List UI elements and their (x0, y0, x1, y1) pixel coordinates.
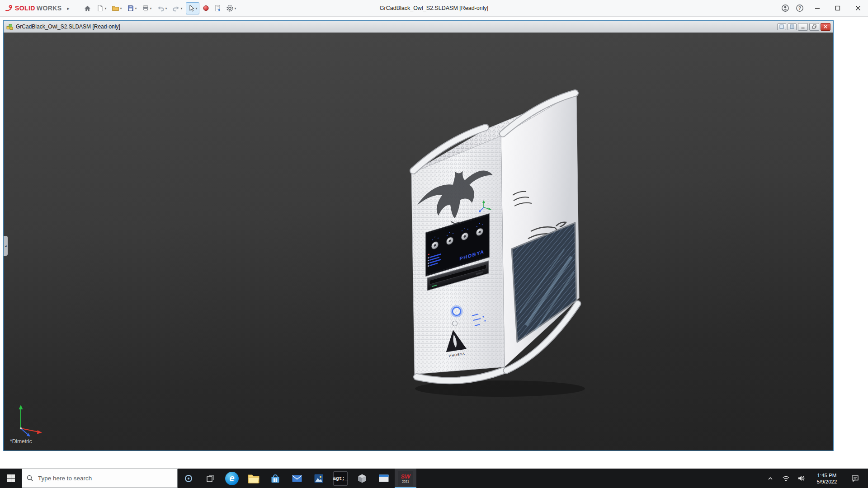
brand-works: WORKS (37, 5, 62, 12)
document-titlebar[interactable]: GrCadBlack_Owl_S2.SLDASM [Read-only] (4, 21, 833, 33)
select-dropdown[interactable]: ▾ (196, 6, 198, 10)
chevron-up-icon (768, 476, 773, 481)
child-extra-button-1[interactable] (777, 23, 786, 30)
close-button[interactable] (848, 0, 868, 16)
taskbar-app-edge[interactable]: e (221, 469, 243, 488)
window-title: GrCadBlack_Owl_S2.SLDASM [Read-only] (380, 5, 488, 11)
redo-dropdown[interactable]: ▾ (181, 6, 183, 10)
photos-icon (313, 473, 324, 484)
brand-solid: SOLID (15, 5, 35, 12)
home-button[interactable] (82, 2, 93, 14)
print-button[interactable]: ▾ (140, 2, 154, 14)
taskbar-app-command-prompt[interactable]: &gt;_ (330, 469, 351, 488)
feature-tree-collapse-tab[interactable]: ◂ (4, 236, 8, 256)
cube-icon (357, 473, 368, 484)
search-icon (27, 475, 33, 482)
app-titlebar: SOLIDWORKS ▸ ▾ ▾ ▾ ▾ ▾ ▾ (0, 0, 868, 17)
document-restore-button[interactable] (809, 23, 819, 31)
child-extra-button-2[interactable] (788, 23, 797, 30)
taskbar-app-remote-desktop[interactable] (373, 469, 395, 488)
account-button[interactable] (778, 0, 793, 16)
options-button[interactable]: ▾ (224, 2, 238, 14)
network-button[interactable] (778, 469, 793, 488)
ds-logo-icon (5, 4, 14, 13)
new-document-icon (96, 5, 104, 12)
microsoft-store-icon (270, 473, 281, 484)
file-properties-button[interactable] (212, 2, 223, 14)
redo-button[interactable]: ▾ (170, 2, 184, 14)
restore-icon (812, 24, 816, 29)
system-tray: 1:45 PM 5/9/2022 (763, 469, 868, 488)
minimize-button[interactable] (807, 0, 827, 16)
speaker-icon (797, 475, 805, 482)
wifi-icon (782, 475, 790, 482)
quick-access-toolbar: ▾ ▾ ▾ ▾ ▾ ▾ ▾ (82, 2, 238, 14)
mail-icon (292, 474, 302, 483)
task-view-button[interactable] (199, 469, 221, 488)
file-explorer-icon (248, 474, 259, 483)
show-desktop-button[interactable] (865, 469, 868, 488)
file-properties-icon (214, 5, 221, 12)
search-input[interactable] (37, 474, 173, 482)
clock-time: 1:45 PM (817, 472, 837, 479)
rebuild-button[interactable] (201, 2, 211, 14)
case-front-panel: PHOBYA (411, 136, 505, 374)
new-document-dropdown[interactable]: ▾ (104, 6, 106, 10)
open-button[interactable]: ▾ (110, 2, 124, 14)
document-window: GrCadBlack_Owl_S2.SLDASM [Read-only] (3, 20, 834, 451)
maximize-icon (835, 5, 840, 11)
view-orientation-triad[interactable] (14, 402, 46, 437)
redo-icon (172, 5, 180, 12)
cortana-icon (184, 474, 193, 483)
window-pane-icon (790, 24, 794, 29)
help-button[interactable]: ? (793, 0, 807, 16)
assembly-document-icon (6, 23, 13, 30)
action-center-button[interactable] (845, 469, 865, 488)
document-close-button[interactable] (821, 23, 830, 31)
task-view-icon (206, 474, 215, 483)
new-document-button[interactable]: ▾ (94, 2, 108, 14)
taskbar-app-mail[interactable] (286, 469, 308, 488)
taskbar-app-store[interactable] (264, 469, 286, 488)
select-tool-button[interactable]: ▾ (186, 2, 199, 14)
viewport-canvas[interactable]: PHOBYA (4, 33, 833, 450)
volume-button[interactable] (793, 469, 809, 488)
undo-dropdown[interactable]: ▾ (165, 6, 167, 10)
save-button[interactable]: ▾ (125, 2, 139, 14)
print-icon (142, 5, 149, 12)
solidworks-app-icon: SW 2021 (398, 471, 413, 486)
undo-icon (157, 5, 165, 12)
home-icon (84, 5, 91, 12)
model-3d-pc-case[interactable]: PHOBYA (392, 60, 587, 399)
titlebar-right-controls: ? (778, 0, 868, 16)
app-window-icon (378, 474, 389, 483)
undo-button[interactable]: ▾ (155, 2, 169, 14)
save-icon (127, 5, 134, 12)
print-dropdown[interactable]: ▾ (150, 6, 152, 10)
save-dropdown[interactable]: ▾ (135, 6, 137, 10)
start-button[interactable] (0, 469, 22, 488)
menu-expand-arrow[interactable]: ▸ (64, 6, 72, 11)
taskbar-search[interactable] (22, 469, 178, 488)
open-dropdown[interactable]: ▾ (120, 6, 122, 10)
cortana-button[interactable] (178, 469, 199, 488)
workspace: GrCadBlack_Owl_S2.SLDASM [Read-only] (0, 16, 868, 469)
notification-icon (851, 475, 859, 482)
clock-date: 5/9/2022 (817, 479, 837, 485)
view-name-label: *Dimetric (10, 438, 32, 445)
svg-text:?: ? (798, 6, 801, 11)
document-window-buttons (777, 23, 830, 31)
document-title: GrCadBlack_Owl_S2.SLDASM [Read-only] (16, 23, 120, 30)
options-dropdown[interactable]: ▾ (235, 6, 236, 10)
taskbar-app-photos[interactable] (308, 469, 330, 488)
taskbar-app-edrawings[interactable] (351, 469, 373, 488)
document-minimize-button[interactable] (798, 23, 808, 31)
taskbar-clock[interactable]: 1:45 PM 5/9/2022 (809, 469, 845, 488)
window-pane-icon (779, 24, 784, 29)
tray-overflow-button[interactable] (763, 469, 778, 488)
command-prompt-icon: &gt;_ (333, 471, 348, 486)
maximize-button[interactable] (827, 0, 848, 16)
taskbar-app-file-explorer[interactable] (243, 469, 264, 488)
taskbar-app-solidworks[interactable]: SW 2021 (395, 469, 416, 488)
close-icon (855, 5, 861, 11)
